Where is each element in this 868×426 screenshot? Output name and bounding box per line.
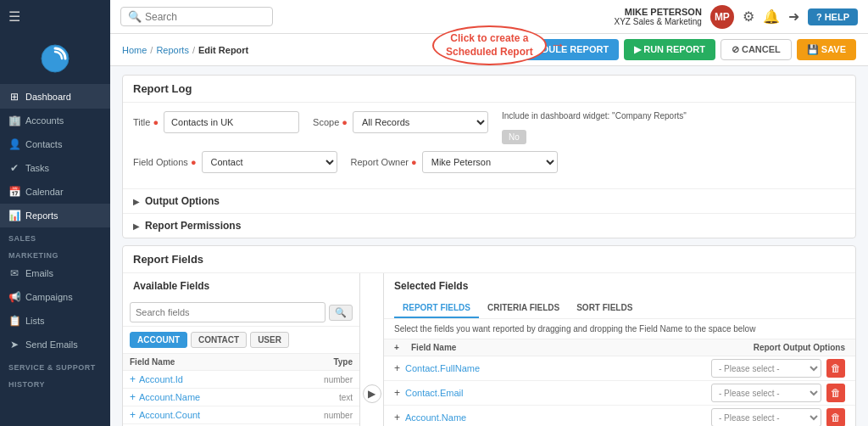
field-options-group: Field Options ● Contact: [133, 151, 337, 173]
transfer-arrow: ▶: [360, 273, 384, 426]
selected-list: +Contact.FullName- Please select -🗑+Cont…: [384, 356, 855, 426]
field-type-tabs: ACCOUNT CONTACT USER: [123, 327, 359, 353]
tab-user[interactable]: USER: [250, 332, 289, 348]
output-options-row[interactable]: ▶ Output Options: [123, 188, 855, 213]
settings-icon[interactable]: ⚙: [743, 8, 754, 25]
sidebar-item-emails[interactable]: ✉ Emails: [0, 261, 110, 285]
field-search-button[interactable]: 🔍: [329, 305, 353, 321]
dashboard-group: Include in dashboard widget: "Company Re…: [502, 111, 604, 144]
run-report-button[interactable]: ▶ RUN REPORT: [624, 39, 715, 60]
sidebar-item-send-emails[interactable]: ➤ Send Emails: [0, 333, 110, 356]
breadcrumb-home[interactable]: Home: [122, 45, 147, 55]
dashboard-label: Include in dashboard widget: "Company Re…: [502, 111, 604, 121]
sidebar-item-lists[interactable]: 📋 Lists: [0, 309, 110, 333]
selected-list-header: + Field Name Report Output Options: [384, 339, 855, 356]
lists-icon: 📋: [8, 315, 20, 327]
delete-field-button[interactable]: 🗑: [826, 384, 845, 402]
title-input[interactable]: [164, 111, 299, 133]
form-row-2: Field Options ● Contact Report Owner ● M…: [133, 151, 845, 173]
report-permissions-label: Report Permissions: [145, 220, 241, 232]
selected-field-row: +Contact.FullName- Please select -🗑: [384, 356, 855, 381]
schedule-report-button[interactable]: ⊙ SCHEDULE REPORT: [496, 39, 619, 60]
contacts-icon: 👤: [8, 138, 20, 150]
page-content: Report Log Title ● Scope ● All Records I: [110, 66, 868, 426]
field-list-item[interactable]: +Account.Idnumber: [123, 371, 359, 389]
reorder-icon[interactable]: +: [394, 412, 400, 423]
output-options-select[interactable]: - Please select -: [711, 359, 821, 378]
sidebar-item-reports[interactable]: 📊 Reports: [0, 204, 110, 227]
selected-field-name: Contact.Email: [405, 388, 706, 398]
field-options-label: Field Options ●: [133, 157, 197, 167]
field-list-item[interactable]: +Account.Nametext: [123, 389, 359, 406]
sidebar-item-accounts[interactable]: 🏢 Accounts: [0, 109, 110, 132]
reorder-icon[interactable]: +: [394, 387, 400, 399]
calendar-icon: 📅: [8, 186, 20, 198]
title-group: Title ●: [133, 111, 299, 133]
tab-sort-fields[interactable]: SORT FIELDS: [568, 299, 641, 318]
add-field-icon[interactable]: +: [130, 373, 136, 385]
hamburger-icon[interactable]: ☰: [0, 0, 110, 33]
report-log-form: Title ● Scope ● All Records Include in d…: [123, 103, 855, 188]
sidebar-item-campaigns[interactable]: 📢 Campaigns: [0, 285, 110, 309]
tab-contact[interactable]: CONTACT: [191, 332, 247, 348]
field-name[interactable]: Account.Id: [139, 374, 302, 384]
breadcrumb-current: Edit Report: [198, 45, 248, 55]
field-options-select[interactable]: Contact: [202, 151, 337, 173]
field-search-area: 🔍: [123, 299, 359, 327]
report-owner-select[interactable]: Mike Peterson: [422, 151, 558, 173]
selected-fields-info: Select the fields you want reported by d…: [384, 319, 855, 339]
save-button[interactable]: 💾 SAVE: [797, 39, 856, 60]
logout-icon[interactable]: ➜: [788, 8, 799, 25]
field-list-item[interactable]: +Account.Countnumber: [123, 406, 359, 424]
action-bar: Home / Reports / Edit Report Click to cr…: [110, 34, 868, 66]
search-input[interactable]: [145, 11, 247, 23]
output-options-select[interactable]: - Please select -: [711, 408, 821, 426]
col-field-name-header: Field Name: [130, 357, 302, 367]
delete-field-button[interactable]: 🗑: [826, 359, 845, 378]
sidebar-logo: [0, 33, 110, 85]
avatar[interactable]: MP: [710, 5, 734, 29]
output-options-label: Output Options: [145, 195, 220, 207]
section-marketing-label: MARKETING: [0, 244, 110, 261]
tab-report-fields[interactable]: REPORT FIELDS: [394, 299, 479, 318]
tab-criteria-fields[interactable]: CRITERIA FIELDS: [479, 299, 568, 318]
arrow-right-icon[interactable]: ▶: [363, 384, 381, 403]
delete-field-button[interactable]: 🗑: [826, 408, 845, 426]
action-buttons: ⊙ SCHEDULE REPORT ▶ RUN REPORT ⊘ CANCEL …: [496, 39, 856, 60]
logo-icon: [40, 43, 70, 74]
fields-layout: Available Fields 🔍 ACCOUNT CONTACT USER …: [123, 273, 855, 426]
report-permissions-row[interactable]: ▶ Report Permissions: [123, 213, 855, 238]
sidebar: ☰ ⊞ Dashboard 🏢 Accounts 👤 Contacts ✔ Ta…: [0, 0, 110, 426]
field-name[interactable]: Account.Count: [139, 410, 302, 420]
toggle-no-button[interactable]: No: [502, 130, 526, 144]
scope-group: Scope ● All Records: [313, 111, 488, 133]
scope-select[interactable]: All Records: [353, 111, 488, 133]
campaigns-icon: 📢: [8, 291, 20, 303]
report-fields-title: Report Fields: [123, 246, 855, 273]
field-type: number: [302, 375, 353, 384]
cancel-button[interactable]: ⊘ CANCEL: [721, 39, 792, 60]
add-field-icon[interactable]: +: [130, 391, 136, 403]
sidebar-item-contacts[interactable]: 👤 Contacts: [0, 132, 110, 156]
send-emails-icon: ➤: [8, 339, 20, 350]
accounts-icon: 🏢: [8, 115, 20, 126]
available-fields-panel: Available Fields 🔍 ACCOUNT CONTACT USER …: [123, 273, 360, 426]
breadcrumb: Home / Reports / Edit Report: [122, 45, 248, 55]
tasks-icon: ✔: [8, 162, 20, 174]
selected-field-row: +Contact.Email- Please select -🗑: [384, 381, 855, 406]
tab-account[interactable]: ACCOUNT: [130, 332, 187, 348]
reorder-icon[interactable]: +: [394, 362, 400, 374]
breadcrumb-reports[interactable]: Reports: [156, 45, 189, 55]
help-button[interactable]: ? HELP: [808, 8, 858, 25]
sidebar-item-dashboard[interactable]: ⊞ Dashboard: [0, 85, 110, 109]
search-box[interactable]: 🔍: [120, 7, 273, 26]
add-field-icon[interactable]: +: [130, 409, 136, 421]
sidebar-item-calendar[interactable]: 📅 Calendar: [0, 180, 110, 204]
output-options-select[interactable]: - Please select -: [711, 384, 821, 402]
sidebar-item-tasks[interactable]: ✔ Tasks: [0, 156, 110, 180]
output-chevron-icon: ▶: [133, 197, 140, 206]
form-row-1: Title ● Scope ● All Records Include in d…: [133, 111, 845, 144]
field-name[interactable]: Account.Name: [139, 392, 302, 402]
field-search-input[interactable]: [130, 302, 326, 322]
notifications-icon[interactable]: 🔔: [763, 8, 780, 25]
